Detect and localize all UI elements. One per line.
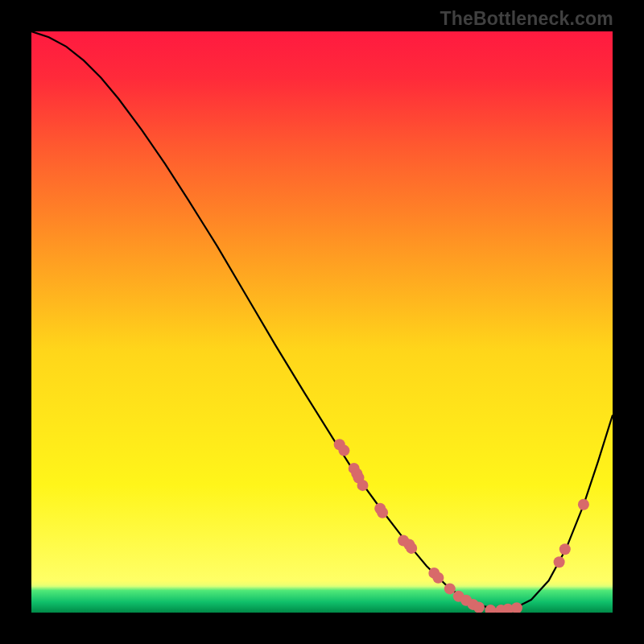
data-point <box>554 556 565 568</box>
data-point <box>406 543 417 554</box>
watermark-text: TheBottleneck.com <box>440 8 613 30</box>
plot-background <box>31 31 613 613</box>
plot-svg <box>31 31 613 613</box>
chart-root: TheBottleneck.com <box>0 0 644 644</box>
data-point <box>473 602 485 613</box>
data-point <box>357 480 369 491</box>
data-point <box>338 445 349 456</box>
data-point <box>559 543 571 555</box>
data-point <box>377 507 388 518</box>
data-point <box>578 499 589 510</box>
data-point <box>444 583 456 594</box>
data-point <box>432 572 444 584</box>
